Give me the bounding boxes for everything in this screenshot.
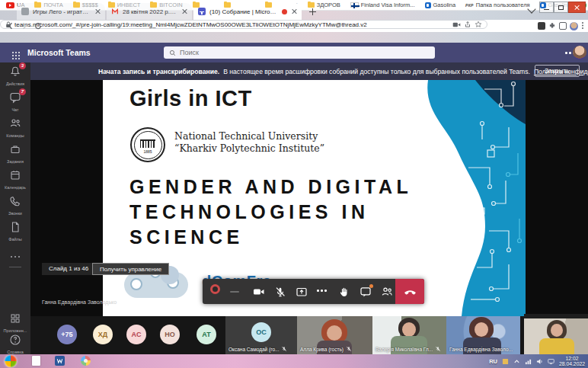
raise-hand-button[interactable] bbox=[338, 286, 350, 298]
take-control-button[interactable]: Получить управление bbox=[92, 263, 169, 275]
display-icon[interactable] bbox=[548, 358, 554, 365]
language-indicator[interactable]: RU bbox=[489, 358, 497, 365]
share-screen-button[interactable] bbox=[296, 286, 308, 298]
browser-menu-kebab-icon[interactable] bbox=[582, 22, 583, 24]
teams-more-options-icon[interactable] bbox=[565, 52, 567, 54]
more-actions-button[interactable] bbox=[317, 290, 329, 302]
video-tile-hanna[interactable]: Ганна Едвардівна Заволо... bbox=[446, 316, 520, 354]
search-icon bbox=[169, 50, 176, 56]
sidebar-item-calls[interactable]: Звонки bbox=[0, 195, 30, 216]
microphone-muted-button[interactable] bbox=[274, 286, 286, 298]
sidebar-item-files[interactable]: Файлы bbox=[0, 221, 30, 242]
bookmark-gasolina-1[interactable]: Gasolina bbox=[425, 2, 456, 8]
share-icon[interactable] bbox=[464, 21, 471, 28]
sidebar-item-assignments[interactable]: Задания bbox=[0, 143, 30, 164]
teams-app-title: Microsoft Teams bbox=[27, 48, 91, 57]
taskbar-paint-icon[interactable] bbox=[81, 356, 91, 366]
action-center-icon[interactable] bbox=[502, 358, 509, 365]
bookmark-finland-visa[interactable]: Finland Visa Inform... bbox=[350, 2, 415, 8]
folder-icon bbox=[73, 2, 80, 8]
lego-favicon bbox=[21, 8, 29, 15]
sidebar-item-apps[interactable]: Приложен... bbox=[0, 312, 30, 333]
phone-icon bbox=[9, 195, 21, 207]
file-icon bbox=[9, 221, 21, 233]
folder-icon bbox=[150, 2, 157, 8]
sidebar-item-chat[interactable]: 7 Чат bbox=[0, 91, 30, 112]
sidebar-item-help[interactable]: Справка bbox=[0, 334, 30, 354]
forward-icon[interactable] bbox=[20, 21, 29, 30]
taskbar-document-icon[interactable] bbox=[30, 356, 41, 366]
participants-strip: +75 ХД АС НО АТ ОС Оксана Самодай (го...… bbox=[30, 316, 588, 354]
hang-up-button[interactable] bbox=[395, 279, 424, 304]
browser-toolbar bbox=[0, 20, 588, 32]
browser-tab-gmail[interactable]: 28 квітня 2022 р., вебінар «Ген bbox=[107, 3, 192, 20]
participant-video bbox=[551, 324, 563, 337]
university-name: National Technical University “Kharkiv P… bbox=[174, 130, 324, 155]
recording-banner: Начата запись и транскрибирование. В нас… bbox=[30, 62, 588, 80]
network-icon[interactable] bbox=[525, 358, 532, 365]
reload-icon[interactable] bbox=[34, 21, 43, 30]
url-input[interactable] bbox=[14, 21, 449, 28]
tab-close-icon[interactable] bbox=[181, 8, 187, 14]
video-tile-oksana[interactable]: ОС Оксана Самодай (го... bbox=[225, 316, 297, 354]
youtube-icon bbox=[6, 2, 14, 8]
browser-tab-lego[interactable]: Игры Лего - играть онлайн бес bbox=[17, 3, 105, 20]
teams-search-box[interactable] bbox=[164, 46, 435, 59]
teams-header: Microsoft Teams bbox=[0, 43, 588, 62]
browser-profile-avatar[interactable] bbox=[570, 22, 578, 30]
tab-list-chevron-icon[interactable] bbox=[529, 6, 535, 12]
address-bar[interactable] bbox=[0, 20, 487, 29]
window-close-button[interactable] bbox=[568, 2, 586, 13]
volume-icon[interactable] bbox=[536, 358, 543, 365]
side-panel-icon[interactable] bbox=[559, 22, 567, 30]
video-tile-valeriia[interactable]: Валерія Миколаївна Гл... bbox=[372, 316, 446, 354]
sidebar-more-button[interactable] bbox=[0, 247, 30, 261]
search-input[interactable] bbox=[180, 49, 430, 56]
waffle-apps-icon[interactable] bbox=[12, 52, 14, 53]
tab-close-icon[interactable] bbox=[94, 8, 101, 14]
tray-arrow-icon[interactable] bbox=[513, 358, 520, 365]
bookmark-zdorov[interactable]: ЗДОРОВ bbox=[308, 2, 340, 8]
puzzle-extensions-icon[interactable] bbox=[548, 22, 556, 30]
timer-dimmed-icon bbox=[230, 286, 242, 298]
chat-button[interactable] bbox=[360, 286, 372, 298]
window-restore-button[interactable] bbox=[554, 2, 568, 13]
gasolina-icon bbox=[540, 2, 546, 8]
participant-avatar[interactable]: ХД bbox=[93, 325, 113, 344]
university-logo: 1885 bbox=[130, 127, 165, 162]
teams-user-avatar[interactable] bbox=[573, 46, 586, 59]
banner-text: В настоящее время расшифровки собраний д… bbox=[223, 68, 530, 75]
participant-avatar[interactable]: НО bbox=[160, 325, 180, 344]
video-tile-alla[interactable]: Алла Крива (гость) bbox=[297, 316, 372, 354]
tab-close-icon[interactable] bbox=[291, 8, 297, 14]
mic-off-icon bbox=[281, 346, 287, 352]
call-controls-bar bbox=[203, 279, 424, 304]
participant-avatar[interactable]: АС bbox=[126, 325, 146, 344]
teams-favicon bbox=[198, 8, 206, 15]
participants-button[interactable] bbox=[381, 286, 393, 298]
start-button[interactable] bbox=[5, 355, 17, 367]
help-icon bbox=[9, 334, 21, 346]
dcomfra-cloud-logo bbox=[124, 272, 188, 298]
self-video-preview[interactable] bbox=[524, 314, 588, 354]
participant-avatar[interactable]: АТ bbox=[197, 325, 216, 344]
banner-close-button[interactable]: Закрыть bbox=[535, 65, 580, 77]
sidebar-item-teams[interactable]: Команды bbox=[0, 117, 30, 138]
sidebar-item-activity[interactable]: 3 Действия bbox=[0, 66, 30, 86]
camera-in-use-icon[interactable] bbox=[452, 21, 461, 28]
camera-toggle-button[interactable] bbox=[253, 286, 265, 298]
overflow-participants-avatar[interactable]: +75 bbox=[57, 325, 77, 344]
browser-tab-teams-active[interactable]: (10) Собрание | Microsoft T bbox=[193, 3, 302, 20]
sidebar-item-calendar[interactable]: Календарь bbox=[0, 169, 30, 190]
back-icon[interactable] bbox=[6, 21, 15, 30]
activity-badge: 3 bbox=[19, 62, 26, 69]
gasolina-icon bbox=[425, 2, 431, 8]
extension-icon[interactable] bbox=[538, 22, 545, 30]
slide-counter-chip: Слайд 1 из 46 bbox=[42, 263, 95, 275]
gmail-favicon bbox=[111, 8, 119, 15]
taskbar-word-icon[interactable] bbox=[55, 356, 66, 366]
taskbar-clock[interactable]: 12:02 28.04.2022 bbox=[559, 356, 585, 367]
new-tab-button[interactable] bbox=[307, 6, 318, 17]
bookmark-star-icon[interactable] bbox=[475, 21, 482, 28]
bookmark-user-folder[interactable]: РКРПапка пользователя bbox=[465, 2, 529, 8]
